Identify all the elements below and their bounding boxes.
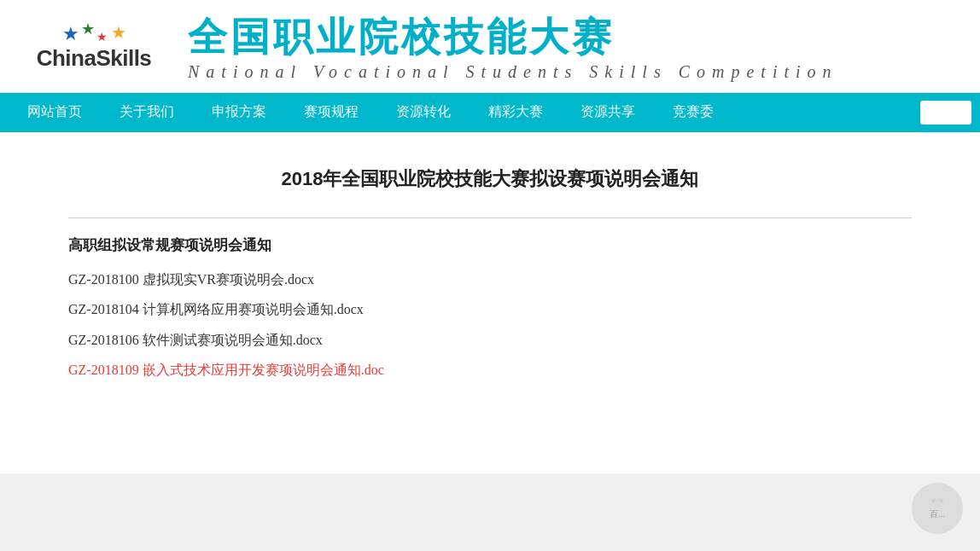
logo-china: China [37, 45, 96, 71]
logo-area: ★ ★ ★ ★ ChinaSkills [26, 25, 162, 72]
page-title: 2018年全国职业院校技能大赛拟设赛项说明会通知 [68, 158, 912, 192]
nav-item-resources[interactable]: 资源转化 [377, 93, 470, 132]
star-blue-icon: ★ [62, 25, 79, 44]
english-subtitle: National Vocational Students Skills Comp… [188, 62, 838, 82]
nav-search-box[interactable] [920, 101, 971, 125]
site-header: ★ ★ ★ ★ ChinaSkills 全国职业院校技能大赛 National … [0, 0, 980, 93]
document-list: GZ-2018100 虚拟现实VR赛项说明会.docx GZ-2018104 计… [68, 269, 912, 381]
nav-item-home[interactable]: 网站首页 [9, 93, 101, 132]
main-content: 2018年全国职业院校技能大赛拟设赛项说明会通知 高职组拟设常规赛项说明会通知 … [0, 132, 980, 473]
star-red-icon: ★ [96, 32, 108, 44]
nav-item-sharing[interactable]: 资源共享 [562, 93, 654, 132]
nav-bar: 网站首页 关于我们 申报方案 赛项规程 资源转化 精彩大赛 资源共享 竞赛委 [0, 93, 980, 132]
list-item[interactable]: GZ-2018100 虚拟现实VR赛项说明会.docx [68, 269, 912, 291]
logo-skills: Skills [96, 45, 151, 71]
stars-decoration: ★ ★ ★ ★ [62, 25, 126, 44]
section-heading: 高职组拟设常规赛项说明会通知 [68, 235, 912, 255]
star-green-icon: ★ [81, 21, 95, 37]
list-item-highlighted[interactable]: GZ-2018109 嵌入式技术应用开发赛项说明会通知.doc [68, 359, 912, 381]
star-yellow-icon: ★ [111, 24, 126, 41]
logo-text: ChinaSkills [37, 45, 152, 72]
list-item[interactable]: GZ-2018104 计算机网络应用赛项说明会通知.docx [68, 299, 912, 321]
nav-item-apply[interactable]: 申报方案 [193, 93, 285, 132]
chinese-title: 全国职业院校技能大赛 [188, 15, 615, 59]
nav-item-about[interactable]: 关于我们 [101, 93, 193, 132]
nav-item-highlights[interactable]: 精彩大赛 [470, 93, 562, 132]
nav-item-committee[interactable]: 竞赛委 [654, 93, 732, 132]
section-divider [68, 218, 912, 218]
nav-item-rules[interactable]: 赛项规程 [285, 93, 377, 132]
header-title-area: 全国职业院校技能大赛 National Vocational Students … [179, 15, 954, 82]
list-item[interactable]: GZ-2018106 软件测试赛项说明会通知.docx [68, 329, 912, 351]
